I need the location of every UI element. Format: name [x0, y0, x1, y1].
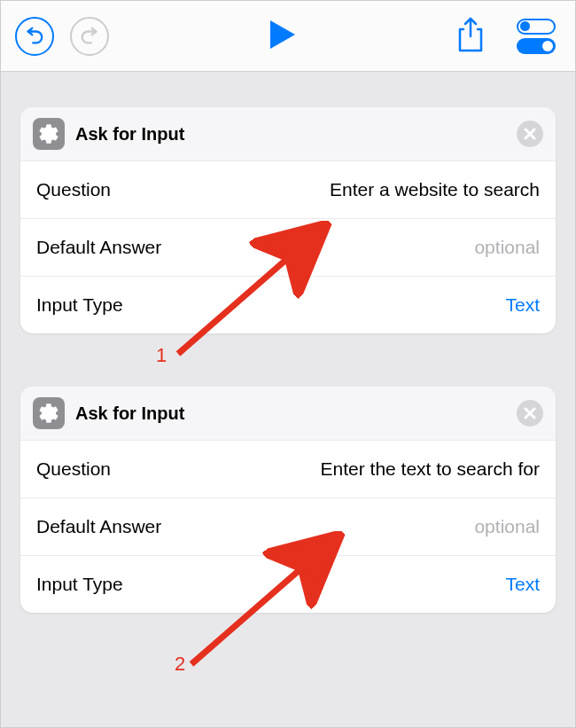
default-answer-placeholder: optional	[474, 516, 540, 537]
row-question[interactable]: Question Enter a website to search	[20, 160, 556, 218]
card-header[interactable]: Ask for Input	[20, 107, 556, 160]
toolbar-center	[116, 10, 446, 63]
question-value: Enter a website to search	[330, 179, 540, 200]
undo-button[interactable]	[15, 17, 54, 56]
gear-icon	[33, 397, 65, 429]
play-button[interactable]	[256, 10, 306, 63]
input-type-label: Input Type	[36, 574, 123, 595]
share-button[interactable]	[453, 13, 488, 59]
row-input-type[interactable]: Input Type Text	[20, 276, 556, 333]
close-button[interactable]	[517, 400, 543, 427]
close-icon	[524, 407, 536, 419]
action-card-ask-input-1: Ask for Input Question Enter a website t…	[20, 107, 556, 333]
gear-icon	[33, 118, 65, 150]
toolbar-left	[15, 17, 109, 56]
card-title: Ask for Input	[75, 403, 506, 424]
redo-icon	[80, 27, 99, 46]
default-answer-label: Default Answer	[36, 237, 161, 258]
annotation-label-1: 1	[156, 344, 167, 367]
redo-button	[70, 17, 109, 56]
share-icon	[456, 17, 485, 52]
undo-icon	[25, 27, 44, 46]
row-input-type[interactable]: Input Type Text	[20, 555, 556, 613]
toggle-icon	[517, 19, 557, 54]
row-default-answer[interactable]: Default Answer optional	[20, 218, 556, 276]
toolbar-right	[453, 13, 561, 59]
input-type-value: Text	[505, 294, 540, 316]
toolbar	[1, 1, 575, 72]
question-label: Question	[36, 458, 111, 480]
content-area: Ask for Input Question Enter a website t…	[1, 72, 575, 632]
input-type-value: Text	[505, 574, 540, 595]
question-value: Enter the text to search for	[321, 458, 540, 480]
annotation-label-2: 2	[175, 653, 185, 676]
default-answer-label: Default Answer	[36, 516, 161, 537]
card-title: Ask for Input	[75, 124, 506, 145]
default-answer-placeholder: optional	[474, 237, 540, 258]
row-question[interactable]: Question Enter the text to search for	[20, 440, 556, 497]
card-header[interactable]: Ask for Input	[20, 387, 556, 440]
input-type-label: Input Type	[36, 294, 123, 316]
question-label: Question	[36, 179, 111, 200]
play-icon	[263, 17, 299, 52]
settings-toggle-button[interactable]	[513, 15, 561, 58]
action-card-ask-input-2: Ask for Input Question Enter the text to…	[20, 387, 556, 613]
close-icon	[524, 128, 536, 140]
close-button[interactable]	[517, 121, 543, 147]
row-default-answer[interactable]: Default Answer optional	[20, 497, 556, 555]
